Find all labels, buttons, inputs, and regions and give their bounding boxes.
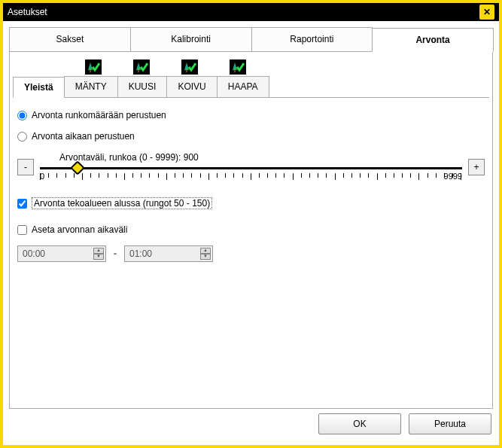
spin-up[interactable]: ▲ [200, 248, 211, 254]
minus-icon: - [24, 162, 27, 172]
ok-button[interactable]: OK [318, 413, 401, 434]
tab-label: Kalibrointi [171, 34, 211, 44]
svg-rect-3 [138, 70, 139, 72]
dialog-buttons: OK Peruuta [9, 409, 493, 439]
tree-check-icon [230, 59, 246, 75]
spin-up[interactable]: ▲ [93, 248, 104, 254]
slider-decrement-button[interactable]: - [17, 159, 34, 175]
plus-icon: + [473, 162, 479, 172]
tab-label: Arvonta [415, 35, 449, 45]
button-label: Peruuta [434, 419, 466, 429]
time-range-row: 00:00 ▲ ▼ - 01:00 ▲ ▼ [17, 245, 485, 262]
button-label: OK [353, 419, 366, 429]
tab-arvonta[interactable]: Arvonta [372, 28, 494, 52]
slider-area: Arvontaväli, runkoa (0 - 9999): 900 0 99… [40, 152, 462, 182]
svg-rect-7 [234, 70, 236, 72]
radio-by-time[interactable] [17, 132, 27, 142]
radio-by-count[interactable] [17, 111, 27, 120]
time-to-input[interactable]: 01:00 ▲ ▼ [124, 245, 213, 262]
window-title: Asetukset [8, 7, 479, 17]
spin-down[interactable]: ▼ [93, 254, 104, 260]
slider-max-label: 9999 [444, 172, 462, 181]
subtab-haapa[interactable]: HAAPA [217, 76, 269, 97]
sub-tabs-wrap: Yleistä MÄNTY KUUSI KOIVU HAAPA [13, 59, 489, 98]
spin-down[interactable]: ▼ [200, 254, 211, 260]
tab-raportointi[interactable]: Raportointi [251, 27, 373, 51]
panel-yleista: Arvonta runkomäärään perustuen Arvonta a… [13, 98, 489, 274]
subtab-label: KUUSI [129, 81, 157, 92]
main-tabs: Sakset Kalibrointi Raportointi Arvonta [9, 27, 493, 52]
settings-window: Asetukset ✕ Sakset Kalibrointi Raportoin… [0, 0, 502, 448]
radio-by-count-row[interactable]: Arvonta runkomäärään perustuen [17, 110, 485, 120]
radio-label: Arvonta aikaan perustuen [32, 131, 135, 142]
radio-by-time-row[interactable]: Arvonta aikaan perustuen [17, 131, 485, 142]
check-start-area-row[interactable]: Arvonta tekoalueen alussa (rungot 50 - 1… [17, 197, 485, 209]
svg-rect-1 [90, 70, 91, 72]
tree-check-icon [133, 59, 150, 75]
svg-rect-5 [186, 70, 187, 72]
slider-row: - Arvontaväli, runkoa (0 - 9999): 900 0 … [17, 152, 485, 182]
subtab-koivu[interactable]: KOIVU [166, 76, 217, 97]
subtab-label: HAAPA [228, 81, 258, 92]
tab-kalibrointi[interactable]: Kalibrointi [130, 27, 252, 51]
check-start-area[interactable] [17, 199, 27, 209]
close-icon: ✕ [483, 7, 491, 17]
check-set-interval-row[interactable]: Aseta arvonnan aikaväli [17, 224, 485, 235]
slider-track-line [40, 167, 462, 169]
slider-increment-button[interactable]: + [468, 159, 485, 175]
slider-ticks [40, 173, 462, 179]
svg-marker-2 [136, 62, 141, 70]
tree-check-icon [85, 59, 102, 75]
svg-marker-4 [184, 62, 189, 70]
subtab-kuusi[interactable]: KUUSI [117, 76, 168, 97]
subtab-label: MÄNTY [75, 81, 107, 92]
check-label: Arvonta tekoalueen alussa (rungot 50 - 1… [32, 197, 212, 209]
spinner: ▲ ▼ [93, 248, 104, 260]
spinner: ▲ ▼ [200, 248, 211, 260]
tab-sakset[interactable]: Sakset [9, 27, 131, 51]
client-area: Sakset Kalibrointi Raportointi Arvonta Y… [3, 21, 499, 445]
slider-label: Arvontaväli, runkoa (0 - 9999): 900 [59, 152, 462, 163]
tab-label: Sakset [56, 34, 84, 44]
tree-check-icon [181, 59, 198, 75]
sub-tabs: Yleistä MÄNTY KUUSI KOIVU HAAPA [13, 76, 489, 98]
time-range-separator: - [114, 248, 117, 259]
sub-tab-icons [81, 59, 489, 75]
check-set-interval[interactable] [17, 225, 27, 235]
close-button[interactable]: ✕ [479, 5, 494, 20]
subtab-label: Yleistä [24, 82, 53, 93]
check-label: Aseta arvonnan aikaväli [32, 224, 127, 235]
svg-marker-6 [233, 62, 237, 70]
cancel-button[interactable]: Peruuta [409, 413, 491, 434]
subtab-yleista[interactable]: Yleistä [13, 77, 65, 98]
radio-label: Arvonta runkomäärään perustuen [32, 110, 166, 120]
slider-track[interactable]: 0 9999 [40, 164, 462, 182]
tab-label: Raportointi [290, 34, 333, 44]
time-from-input[interactable]: 00:00 ▲ ▼ [17, 245, 106, 262]
subtab-manty[interactable]: MÄNTY [64, 76, 118, 97]
slider-min-label: 0 [40, 172, 44, 181]
time-from-value: 00:00 [23, 248, 45, 259]
time-to-value: 01:00 [129, 248, 152, 259]
svg-marker-0 [88, 62, 93, 70]
titlebar: Asetukset ✕ [3, 3, 499, 21]
content-area: Yleistä MÄNTY KUUSI KOIVU HAAPA Arvonta … [9, 52, 493, 409]
subtab-label: KOIVU [178, 81, 205, 92]
